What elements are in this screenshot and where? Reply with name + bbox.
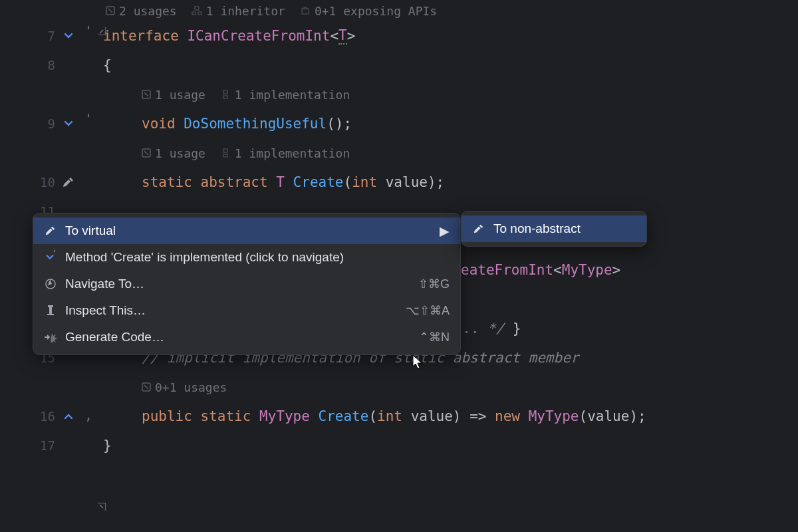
hammer-icon [472, 222, 485, 235]
svg-rect-4 [302, 9, 309, 14]
hammer-icon[interactable] [62, 176, 75, 189]
inspect-icon [44, 304, 57, 317]
svg-rect-7 [223, 96, 227, 98]
submenu: To non-abstract [461, 211, 647, 247]
override-down-icon[interactable] [62, 118, 75, 130]
svg-rect-2 [192, 12, 196, 15]
mouse-cursor-icon [412, 354, 424, 370]
usages-icon [106, 4, 115, 18]
menu-item-to-non-abstract[interactable]: To non-abstract [462, 215, 646, 242]
gutter-line-17[interactable]: 17 [0, 431, 103, 460]
usages-icon [142, 88, 151, 102]
override-up-icon[interactable] [62, 410, 75, 422]
gutter-line-10[interactable]: 10 [0, 168, 103, 197]
code-lens[interactable]: 2 usages 1 inheritor 0+1 exposing APIs [103, 0, 798, 21]
usages-icon [142, 380, 151, 394]
gutter-line-8[interactable]: 8 [0, 51, 103, 80]
svg-rect-3 [198, 12, 201, 15]
gutter-line-16[interactable]: 16 , [0, 402, 103, 431]
impl-icon [220, 146, 231, 160]
fold-collapse-icon[interactable] [98, 502, 107, 513]
code-lens[interactable]: 0+1 usages [103, 372, 798, 402]
svg-rect-14 [49, 307, 52, 315]
api-icon [300, 4, 311, 18]
usages-icon [142, 146, 151, 160]
menu-item-navigate-to[interactable]: Navigate To… ⇧⌘G [33, 271, 460, 297]
svg-rect-10 [223, 154, 227, 157]
gutter-line-9[interactable]: 9 ' [0, 109, 103, 138]
gutter-line-7[interactable]: 7 ' [0, 21, 103, 51]
hammer-icon [44, 224, 57, 237]
menu-item-to-virtual[interactable]: To virtual ▶ [33, 217, 460, 244]
override-down-icon[interactable] [62, 30, 75, 42]
svg-rect-6 [223, 90, 227, 94]
generate-icon [44, 331, 57, 344]
context-menu: To virtual ▶ ' Method 'Create' is implem… [33, 213, 461, 355]
code-lens[interactable]: 1 usage 1 implementation [103, 138, 798, 168]
menu-item-generate-code[interactable]: Generate Code… ⌃⌘N [33, 324, 460, 350]
override-down-icon: ' [44, 251, 57, 264]
chevron-right-icon: ▶ [440, 223, 450, 239]
compass-icon [44, 277, 57, 291]
svg-rect-1 [195, 7, 199, 10]
menu-item-inspect-this[interactable]: Inspect This… ⌥⇧⌘A [33, 297, 460, 324]
code-lens[interactable]: 1 usage 1 implementation [103, 80, 798, 109]
fold-collapse-icon[interactable] [98, 27, 107, 37]
menu-item-implemented[interactable]: ' Method 'Create' is implemented (click … [33, 244, 460, 271]
inheritor-icon [192, 4, 202, 18]
svg-rect-13 [48, 305, 53, 307]
impl-icon [220, 88, 231, 102]
svg-rect-9 [223, 149, 227, 152]
